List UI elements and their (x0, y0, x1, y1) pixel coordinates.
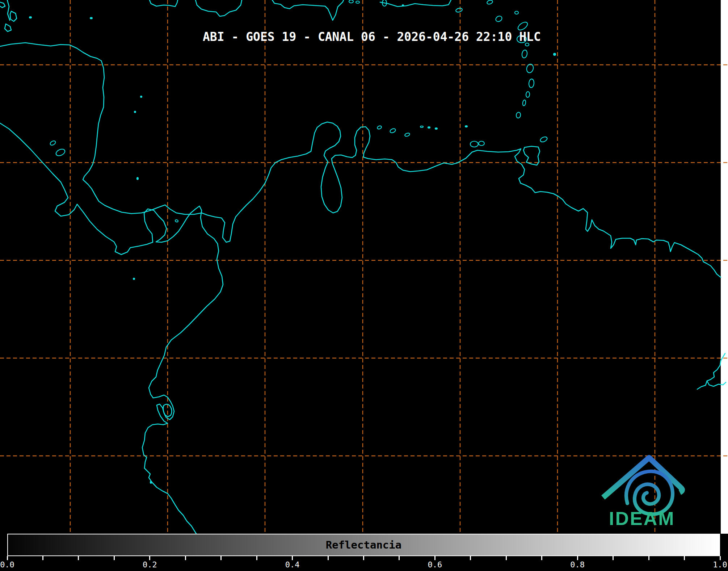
colorbar-tick (399, 556, 400, 560)
colorbar-tick-label: 0.6 (420, 560, 449, 569)
satellite-image-viewer: ABI - GOES 19 - CANAL 06 - 2026-04-26 22… (0, 0, 728, 571)
colorbar-tick-label: 0.0 (0, 560, 22, 569)
edge-fill-band (721, 0, 728, 534)
colorbar-tick-label: 0.8 (563, 560, 592, 569)
colorbar-tick (541, 556, 542, 560)
colorbar-tick (470, 556, 471, 560)
islands (29, 0, 556, 483)
colorbar-tick-label: 1.0 (706, 560, 728, 569)
colorbar-tick (434, 556, 435, 560)
colorbar-label: Reflectancia (8, 534, 719, 555)
colorbar: Reflectancia (7, 534, 720, 556)
colorbar-tick (648, 556, 649, 560)
colorbar-tick (220, 556, 222, 560)
colorbar-tick (720, 556, 721, 560)
ideam-logo: IDEAM (590, 449, 713, 536)
colorbar-tick (506, 556, 507, 560)
colorbar-tick (363, 556, 364, 560)
mountain-icon (603, 458, 682, 497)
colorbar-tick (577, 556, 578, 560)
colorbar-tick (292, 556, 293, 560)
ideam-logo-text: IDEAM (609, 508, 675, 529)
colorbar-tick-label: 0.4 (278, 560, 307, 569)
colorbar-tick-label: 0.2 (135, 560, 164, 569)
colorbar-tick (185, 556, 186, 560)
colorbar-tick (149, 556, 150, 560)
product-title: ABI - GOES 19 - CANAL 06 - 2026-04-26 22… (203, 30, 541, 44)
colorbar-tick (613, 556, 614, 560)
colorbar-tick (78, 556, 79, 560)
colorbar-tick (328, 556, 329, 560)
colorbar-tick (684, 556, 685, 560)
colorbar-tick (7, 556, 8, 560)
colorbar-tick (42, 556, 43, 560)
colorbar-tick (256, 556, 257, 560)
colorbar-tick (114, 556, 115, 560)
